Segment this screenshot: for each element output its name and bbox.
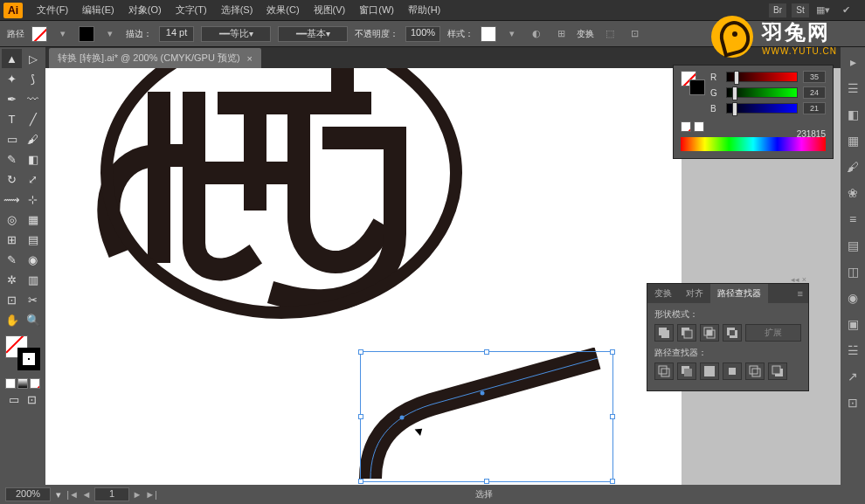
- menu-select[interactable]: 选择(S): [214, 1, 260, 19]
- close-tab-icon[interactable]: ×: [247, 53, 253, 64]
- rectangle-tool[interactable]: ▭: [2, 129, 22, 148]
- line-tool[interactable]: ╱: [23, 109, 43, 128]
- bbox-handle-n[interactable]: [484, 349, 489, 355]
- symbol-sprayer-tool[interactable]: ✲: [2, 270, 22, 289]
- minus-front-button[interactable]: [677, 324, 696, 342]
- menu-type[interactable]: 文字(T): [169, 1, 214, 19]
- bbox-handle-e[interactable]: [610, 414, 615, 419]
- hex-value[interactable]: 231815: [797, 129, 826, 139]
- swatches-panel-icon[interactable]: ▦: [843, 131, 862, 150]
- shape-builder-tool[interactable]: ◎: [2, 210, 22, 229]
- tab-transform[interactable]: 变换: [647, 284, 679, 303]
- stroke-dropdown[interactable]: ▾: [101, 26, 119, 42]
- menu-edit[interactable]: 编辑(E): [75, 1, 121, 19]
- gradient-mode-icon[interactable]: [17, 378, 28, 389]
- color-mode-icon[interactable]: [5, 378, 16, 389]
- appearance-panel-icon[interactable]: ◉: [843, 288, 862, 307]
- rotate-tool[interactable]: ↻: [2, 169, 22, 189]
- free-transform-tool[interactable]: ⊹: [23, 190, 43, 209]
- zoom-level[interactable]: 200%: [5, 487, 51, 501]
- panel-collapse-double-icon[interactable]: ◂◂: [791, 275, 799, 284]
- color-spectrum[interactable]: [681, 137, 826, 151]
- slice-tool[interactable]: ✂: [23, 290, 43, 309]
- first-artboard-icon[interactable]: |◄: [66, 489, 79, 500]
- magic-wand-tool[interactable]: ✦: [2, 69, 22, 88]
- zoom-tool[interactable]: 🔍: [23, 310, 43, 329]
- style-dropdown[interactable]: ▾: [503, 26, 521, 42]
- pen-tool[interactable]: ✒: [2, 89, 22, 108]
- shaper-tool[interactable]: ✎: [2, 149, 22, 169]
- curvature-tool[interactable]: 〰: [23, 89, 43, 108]
- menu-view[interactable]: 视图(V): [307, 1, 353, 19]
- eraser-tool[interactable]: ◧: [23, 149, 43, 169]
- b-slider[interactable]: [726, 103, 798, 114]
- divide-button[interactable]: [654, 362, 674, 380]
- direct-selection-tool[interactable]: ▷: [23, 49, 43, 68]
- stroke-panel-icon[interactable]: ≡: [843, 210, 862, 229]
- hand-tool[interactable]: ✋: [2, 310, 22, 329]
- type-tool[interactable]: T: [2, 109, 22, 128]
- eyedropper-tool[interactable]: ✎: [2, 250, 22, 269]
- gradient-panel-icon[interactable]: ▤: [843, 236, 862, 255]
- perspective-tool[interactable]: ▦: [23, 210, 43, 229]
- stroke-swatch[interactable]: [79, 26, 94, 42]
- brush-definition[interactable]: ━━ 基本 ▾: [278, 26, 348, 42]
- graphic-styles-panel-icon[interactable]: ▣: [843, 314, 862, 334]
- bbox-handle-ne[interactable]: [610, 349, 615, 355]
- bbox-handle-nw[interactable]: [358, 349, 363, 355]
- fill-swatch[interactable]: [31, 26, 47, 42]
- panel-menu-icon[interactable]: ≡: [792, 288, 808, 299]
- color-panel-fill-stroke[interactable]: [681, 71, 705, 95]
- trim-button[interactable]: [677, 362, 696, 380]
- g-slider[interactable]: [726, 87, 798, 98]
- width-tool[interactable]: ⟿: [2, 190, 22, 209]
- column-graph-tool[interactable]: ▥: [23, 270, 43, 289]
- symbols-panel-icon[interactable]: ❀: [843, 183, 862, 203]
- paintbrush-tool[interactable]: 🖌: [23, 129, 43, 148]
- transform-link[interactable]: 变换: [577, 28, 594, 40]
- gradient-tool[interactable]: ▤: [23, 230, 43, 249]
- brushes-panel-icon[interactable]: 🖌: [843, 157, 862, 176]
- exclude-button[interactable]: [723, 324, 742, 342]
- graphic-style-swatch[interactable]: [481, 26, 496, 42]
- cp-stroke-swatch[interactable]: [689, 79, 705, 95]
- align-icon[interactable]: ⊞: [552, 26, 570, 42]
- next-artboard-icon[interactable]: ►: [131, 489, 143, 500]
- menu-effect[interactable]: 效果(C): [260, 1, 306, 19]
- artboard-number[interactable]: 1: [94, 487, 129, 501]
- intersect-button[interactable]: [700, 324, 719, 342]
- menu-help[interactable]: 帮助(H): [401, 1, 447, 19]
- menu-file[interactable]: 文件(F): [30, 1, 75, 19]
- lasso-tool[interactable]: ⟆: [23, 69, 43, 88]
- stroke-weight-input[interactable]: 14 pt: [159, 26, 194, 42]
- panel-collapse-icon[interactable]: ▸: [843, 52, 862, 72]
- crop-button[interactable]: [723, 362, 742, 380]
- b-value[interactable]: 21: [803, 102, 826, 114]
- prev-artboard-icon[interactable]: ◄: [80, 489, 93, 500]
- none-mode-icon[interactable]: [30, 378, 40, 389]
- bbox-handle-s[interactable]: [484, 479, 489, 484]
- layers-panel-icon[interactable]: ☱: [843, 341, 862, 360]
- properties-panel-icon[interactable]: ☰: [843, 79, 862, 98]
- tab-pathfinder[interactable]: 路径查找器: [710, 284, 768, 303]
- artboard-tool[interactable]: ⊡: [2, 290, 22, 309]
- panel-close-icon[interactable]: ×: [802, 275, 806, 284]
- edit-icon[interactable]: ⊡: [626, 26, 643, 42]
- fill-dropdown[interactable]: ▾: [54, 26, 72, 42]
- recolor-icon[interactable]: ◐: [528, 26, 545, 42]
- screen-mode-icon[interactable]: ⊡: [24, 391, 39, 407]
- artboards-panel-icon[interactable]: ⊡: [843, 393, 862, 412]
- fill-stroke-indicator[interactable]: [5, 335, 40, 370]
- gpu-icon[interactable]: ✔: [837, 3, 855, 18]
- g-value[interactable]: 24: [803, 86, 826, 99]
- isolate-icon[interactable]: ⬚: [601, 26, 619, 42]
- unite-button[interactable]: [654, 324, 674, 342]
- mesh-tool[interactable]: ⊞: [2, 230, 22, 249]
- transparency-panel-icon[interactable]: ◫: [843, 262, 862, 281]
- opacity-input[interactable]: 100%: [405, 26, 440, 42]
- r-value[interactable]: 35: [803, 71, 826, 83]
- zoom-dropdown-icon[interactable]: ▾: [56, 489, 61, 501]
- selection-tool[interactable]: ▲: [2, 49, 22, 68]
- color-panel-icon[interactable]: ◧: [843, 105, 862, 124]
- bbox-handle-sw[interactable]: [358, 479, 363, 484]
